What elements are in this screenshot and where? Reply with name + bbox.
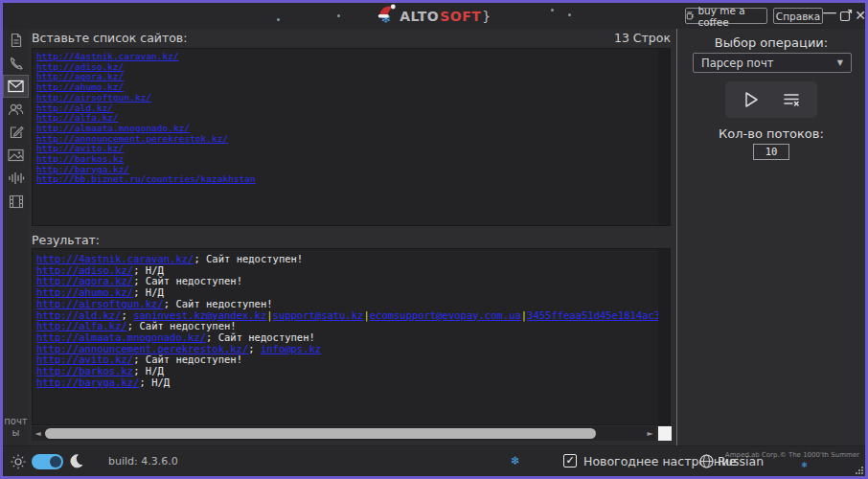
result-url-link[interactable]: http://barkos.kz — [36, 365, 133, 376]
sidebar-item-image[interactable] — [3, 144, 29, 167]
compose-icon — [9, 125, 24, 140]
result-separator: ; — [164, 298, 176, 309]
url-link[interactable]: http://bb.biznet.ru/countries/kazakhstan — [36, 173, 256, 184]
action-button-group — [725, 81, 817, 118]
image-icon — [8, 148, 24, 162]
url-link[interactable]: http://airsoftgun.kz/ — [36, 92, 151, 103]
sidebar-item-video[interactable] — [3, 190, 29, 213]
result-email-link[interactable]: saninvest.kz@yandex.kz — [133, 309, 266, 321]
result-email-link[interactable]: support@satu.kz — [273, 309, 364, 321]
result-status: Сайт недоступен! — [146, 275, 242, 286]
line-count: 13 Строк — [614, 31, 671, 47]
url-link[interactable]: http://almaata.mnogonado.kz/ — [36, 123, 190, 133]
resize-grip[interactable] — [854, 465, 864, 475]
result-email-link[interactable]: 3455ffeaa51d45e1814ac3e07c1 — [527, 309, 671, 321]
url-vertical-scrollbar[interactable] — [658, 49, 670, 225]
result-status: Сайт недоступен! — [146, 354, 242, 365]
app-logo: ❄ ALTO SOFT } — [377, 6, 491, 27]
mail-icon — [8, 80, 24, 93]
users-icon — [8, 103, 24, 117]
start-button[interactable] — [739, 87, 764, 112]
close-button[interactable]: ✕ — [850, 5, 868, 26]
clear-list-button[interactable] — [779, 87, 804, 112]
buy-me-a-coffee-button[interactable]: buy me a coffee — [685, 8, 767, 24]
result-url-link[interactable]: http://ahumo.kz/ — [36, 286, 133, 298]
sidebar: почты — [3, 29, 29, 445]
copyright-label: AmperLab Corp.© The 1000'th Summer — [725, 451, 859, 459]
result-separator: ; — [133, 365, 146, 376]
brand-text-alto: ALTO — [400, 9, 439, 24]
result-textarea[interactable]: http://4astnik.caravan.kz/; Сайт недосту… — [32, 248, 671, 425]
main-area: Вставьте список сайтов: 13 Строк http://… — [29, 29, 676, 445]
checkbox-checkmark: ✓ — [565, 454, 574, 467]
result-url-link[interactable]: http://baryga.kz/ — [36, 376, 139, 388]
snow-dot — [277, 18, 280, 21]
result-url-link[interactable]: http://agora.kz/ — [36, 275, 133, 286]
toggle-knob — [50, 456, 61, 468]
result-url-link[interactable]: http://alfa.kz/ — [36, 320, 127, 331]
sidebar-item-compose[interactable] — [3, 121, 29, 144]
globe-icon — [699, 454, 714, 468]
result-url-link[interactable]: http://ald.kz/ — [36, 309, 122, 321]
sidebar-item-document[interactable] — [3, 29, 29, 52]
clear-list-icon — [782, 90, 801, 109]
url-line: http://adiso.kz/ — [36, 62, 656, 73]
sidebar-item-audio[interactable] — [3, 167, 29, 190]
brand-text-soft: SOFT — [440, 9, 481, 24]
url-link[interactable]: http://avito.kz/ — [36, 143, 125, 153]
url-link[interactable]: http://adiso.kz/ — [36, 61, 125, 72]
result-separator: ; — [194, 253, 206, 264]
result-line: http://baryga.kz/; Н/Д — [36, 377, 669, 389]
result-email-link[interactable]: info@ps.kz — [261, 343, 321, 354]
titlebar: ❄ ALTO SOFT } buy me a coffee Справка — — [3, 3, 865, 29]
statusbar: build: 4.3.6.0 ❄ ✓ Новогоднее настроение… — [3, 445, 865, 476]
result-separator: ; — [133, 275, 146, 286]
newyear-checkbox[interactable]: ✓ — [563, 454, 577, 468]
result-url-link[interactable]: http://avito.kz/ — [36, 354, 133, 365]
result-status: Н/Д — [146, 365, 164, 376]
url-link[interactable]: http://barkos.kz — [36, 153, 125, 164]
scrollbar-thumb[interactable] — [45, 428, 596, 439]
input-label: Вставьте список сайтов: — [32, 31, 187, 47]
result-status: Н/Д — [151, 376, 170, 388]
sidebar-item-mail[interactable] — [3, 75, 29, 98]
url-link[interactable]: http://baryga.kz/ — [36, 164, 129, 174]
threads-input[interactable]: 10 — [753, 144, 789, 160]
url-link[interactable]: http://ahumo.kz/ — [36, 81, 125, 92]
url-link[interactable]: http://4astnik.caravan.kz/ — [36, 51, 179, 61]
app-window: ❄ ALTO SOFT } buy me a coffee Справка — — [0, 0, 868, 479]
horizontal-scrollbar[interactable]: ◄ ► — [32, 426, 656, 441]
result-vertical-scrollbar[interactable] — [658, 249, 670, 424]
scrollbar-track[interactable] — [44, 426, 644, 441]
result-url-link[interactable]: http://4astnik.caravan.kz/ — [36, 253, 194, 264]
url-link[interactable]: http://alfa.kz/ — [36, 112, 119, 123]
url-list: http://4astnik.caravan.kz/http://adiso.k… — [36, 52, 656, 185]
sidebar-item-users[interactable] — [3, 98, 29, 121]
sidebar-item-phone[interactable] — [3, 52, 29, 75]
snowflake-icon: ❄ — [511, 454, 520, 468]
result-status: Н/Д — [146, 286, 164, 298]
result-email-link[interactable]: ecomsupport@evopay.com.ua — [370, 309, 521, 321]
url-input-textarea[interactable]: http://4astnik.caravan.kz/http://adiso.k… — [32, 48, 671, 226]
scroll-left-arrow[interactable]: ◄ — [32, 426, 44, 441]
operation-selected-value: Парсер почт — [701, 57, 773, 70]
result-separator: ; — [122, 309, 134, 321]
coffee-button-label: buy me a coffee — [697, 5, 766, 28]
result-separator: ; — [133, 354, 146, 365]
snow-dot — [337, 14, 340, 17]
result-separator: ; — [206, 331, 218, 343]
operation-select[interactable]: Парсер почт ▼ — [693, 53, 852, 73]
coffee-cup-icon — [686, 11, 694, 21]
scroll-right-arrow[interactable]: ► — [644, 426, 656, 441]
moon-icon — [68, 453, 84, 469]
result-url-link[interactable]: http://airsoftgun.kz/ — [36, 298, 164, 309]
play-icon — [742, 90, 761, 109]
result-url-link[interactable]: http://adiso.kz/ — [36, 264, 133, 276]
help-button[interactable]: Справка — [773, 8, 823, 24]
result-url-link[interactable]: http://almaata.mnogonado.kz/ — [36, 331, 206, 343]
result-url-link[interactable]: http://announcement.perekrestok.kz/ — [36, 343, 248, 354]
url-link[interactable]: http://announcement.perekrestok.kz/ — [36, 133, 228, 144]
theme-toggle[interactable] — [32, 454, 63, 469]
url-link[interactable]: http://ald.kz/ — [36, 103, 113, 113]
url-link[interactable]: http://agora.kz/ — [36, 71, 125, 81]
